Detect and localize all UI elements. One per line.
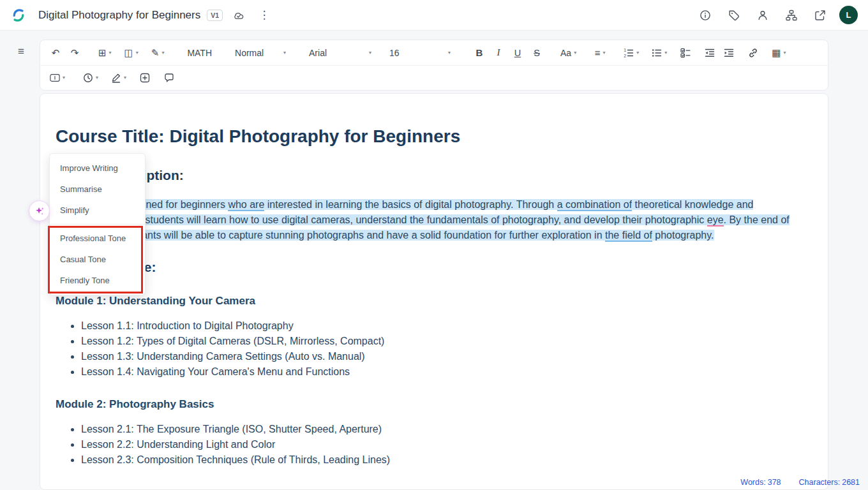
- relationships-button[interactable]: [782, 6, 801, 25]
- font-family-select[interactable]: Arial ▾: [306, 44, 375, 62]
- italic-icon: I: [497, 47, 500, 58]
- indent-icon: [724, 48, 734, 58]
- insert-block-icon: ⊞: [98, 48, 107, 57]
- math-button[interactable]: MATH: [184, 44, 215, 62]
- link-button[interactable]: [744, 44, 762, 62]
- bullet-list-menu-button[interactable]: ▾: [648, 44, 670, 62]
- ai-menu-item[interactable]: Improve Writing: [50, 158, 145, 179]
- section-heading-outline[interactable]: Course Outline:: [56, 258, 793, 276]
- highlighted-text[interactable]: interested in learning the basics of dig…: [264, 199, 557, 210]
- paragraph-style-select[interactable]: Normal ▾: [232, 44, 289, 62]
- add-comment-icon: [140, 73, 150, 83]
- version-badge[interactable]: V1: [207, 10, 223, 21]
- doc-statistics: Words:378 Characters:2681: [740, 478, 860, 487]
- chevron-down-icon: ▾: [783, 50, 786, 56]
- document-editor[interactable]: Course Title: Digital Photography for Be…: [40, 93, 828, 490]
- chevron-down-icon: ▾: [63, 75, 65, 80]
- indent-button[interactable]: [720, 44, 738, 62]
- doc-title-heading[interactable]: Course Title: Digital Photography for Be…: [56, 124, 793, 149]
- ai-menu-item[interactable]: Summarise: [50, 179, 145, 200]
- word-count: Words:378: [740, 478, 781, 487]
- redo-button[interactable]: ↷: [66, 44, 84, 62]
- word-count-value: 378: [768, 478, 781, 487]
- highlighted-text[interactable]: photography.: [652, 230, 714, 241]
- menu-divider: [50, 224, 145, 225]
- grammar-suggestion-text[interactable]: who are: [228, 199, 264, 211]
- svg-text:2: 2: [624, 53, 627, 57]
- cloud-sync-button[interactable]: [229, 6, 248, 25]
- draft-edit-menu-button[interactable]: ▾: [108, 69, 130, 87]
- word-count-label: Words:: [740, 478, 765, 487]
- grammar-suggestion-text[interactable]: a combination of: [557, 199, 632, 211]
- chevron-down-icon: ▾: [448, 50, 451, 56]
- tag-icon: [728, 10, 740, 21]
- underline-button[interactable]: U: [509, 44, 527, 62]
- selection-box-icon: [50, 73, 60, 83]
- selection-mode-menu-button[interactable]: ▾: [47, 69, 68, 87]
- ai-menu-item[interactable]: Simplify: [50, 200, 145, 221]
- italic-button[interactable]: I: [490, 44, 507, 62]
- numbered-list-menu-button[interactable]: 1 2 ▾: [620, 44, 642, 62]
- comment-bubble-icon: [164, 73, 174, 83]
- ai-tone-menu-item[interactable]: Casual Tone: [50, 249, 145, 270]
- chevron-down-icon: ▾: [369, 50, 371, 56]
- user-avatar[interactable]: L: [839, 6, 858, 24]
- add-comment-button[interactable]: [136, 69, 154, 87]
- tags-button[interactable]: [724, 6, 744, 25]
- doc-outline-button[interactable]: ≡: [13, 43, 29, 60]
- checklist-button[interactable]: [677, 44, 694, 62]
- ai-tone-menu-item[interactable]: Friendly Tone: [50, 270, 145, 291]
- bold-button[interactable]: B: [470, 44, 488, 62]
- undo-button[interactable]: ↶: [47, 44, 64, 62]
- lesson-item[interactable]: Lesson 1.1: Introduction to Digital Phot…: [81, 318, 793, 334]
- ai-menu-section-tone: Professional ToneCasual ToneFriendly Ton…: [50, 228, 145, 291]
- undo-icon: ↶: [52, 48, 60, 57]
- course-description-paragraph[interactable]: This course is designed for beginners wh…: [56, 197, 793, 243]
- history-menu-button[interactable]: ▾: [80, 69, 101, 87]
- app-logo-icon[interactable]: [10, 7, 27, 24]
- font-size-value: 16: [389, 48, 400, 58]
- lesson-list: Lesson 2.1: The Exposure Triangle (ISO, …: [56, 422, 793, 468]
- lesson-item[interactable]: Lesson 2.2: Understanding Light and Colo…: [81, 437, 793, 452]
- lesson-item[interactable]: Lesson 1.3: Understanding Camera Setting…: [81, 349, 793, 364]
- insert-menu-button[interactable]: ⊞ ▾: [95, 44, 115, 62]
- comments-button[interactable]: [160, 69, 178, 87]
- checklist-icon: [680, 48, 691, 58]
- formatting-toolbar: ↶ ↷ ⊞ ▾ ◫ ▾ ✎ ▾ MATH Normal ▾ Aria: [40, 40, 828, 91]
- outdent-icon: [705, 48, 715, 58]
- person-icon: [757, 10, 768, 21]
- page-layout-menu-button[interactable]: ◫ ▾: [121, 44, 142, 62]
- document-title[interactable]: Digital Photography for Beginners: [38, 9, 200, 22]
- share-button[interactable]: [811, 6, 830, 25]
- outdent-button[interactable]: [701, 44, 719, 62]
- share-export-icon: [814, 10, 826, 21]
- lesson-item[interactable]: Lesson 2.3: Composition Techniques (Rule…: [81, 452, 793, 468]
- text-case-menu-button[interactable]: Aa ▾: [557, 44, 580, 62]
- module-heading[interactable]: Module 1: Understanding Your Camera: [56, 293, 793, 309]
- lesson-item[interactable]: Lesson 1.4: Navigating Your Camera's Men…: [81, 364, 793, 380]
- hierarchy-icon: [786, 10, 797, 21]
- format-paint-menu-button[interactable]: ✎ ▾: [148, 44, 168, 62]
- lesson-item[interactable]: Lesson 2.1: The Exposure Triangle (ISO, …: [81, 422, 793, 437]
- module-heading[interactable]: Module 2: Photography Basics: [56, 397, 793, 412]
- section-heading-description[interactable]: Course Description:: [56, 167, 793, 184]
- spelling-suggestion-text[interactable]: eye: [707, 214, 724, 226]
- table-icon: ▦: [772, 48, 781, 57]
- info-button[interactable]: [696, 6, 715, 25]
- table-menu-button[interactable]: ▦ ▾: [768, 44, 789, 62]
- members-button[interactable]: [753, 6, 772, 25]
- grammar-suggestion-text[interactable]: the field of: [605, 230, 652, 242]
- ai-tone-menu-item[interactable]: Professional Tone: [50, 228, 145, 249]
- chevron-down-icon: ▾: [636, 50, 639, 56]
- font-size-select[interactable]: 16 ▾: [386, 44, 454, 62]
- lesson-item[interactable]: Lesson 1.2: Types of Digital Cameras (DS…: [81, 334, 793, 349]
- history-clock-icon: [83, 73, 93, 83]
- chevron-down-icon: ▾: [136, 50, 138, 56]
- edit-pen-icon: [111, 73, 121, 83]
- chevron-down-icon: ▾: [283, 50, 286, 56]
- strikethrough-button[interactable]: S: [528, 44, 546, 62]
- bullet-list-icon: [652, 48, 662, 58]
- text-align-menu-button[interactable]: ≡ ▾: [591, 44, 609, 62]
- ai-sparkle-button[interactable]: [29, 200, 50, 221]
- more-options-button[interactable]: ⋮: [255, 6, 274, 25]
